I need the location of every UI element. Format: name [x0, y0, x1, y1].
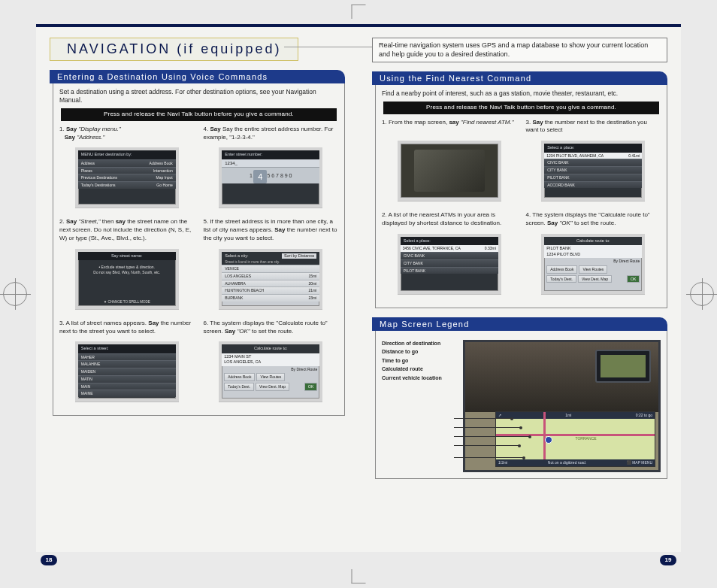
section-heading-legend: Map Screen Legend — [372, 317, 667, 331]
step-4: 4. Say Say the entire street address num… — [204, 126, 339, 142]
intro-text: Real-time navigation system uses GPS and… — [372, 38, 667, 62]
step-3: 3. A list of street names appears. Say t… — [59, 320, 195, 336]
instruction-bar-2: Press and release the Navi Talk button b… — [383, 102, 659, 114]
step-n2: 2. A list of the nearest ATMs in your ar… — [382, 211, 517, 228]
step-2: 2. Say "Street," then say the street nam… — [59, 218, 195, 242]
step-n3: 3. Say the number next to the destinatio… — [526, 119, 661, 135]
legend-label-route: Calculated route — [382, 365, 457, 372]
section-body-legend: Direction of destination ↗1mi0:22 to go … — [375, 331, 667, 479]
nav-screenshot-menu: MENU Enter destination by: AddressAddres… — [75, 147, 179, 208]
nav-unit-icon — [595, 350, 651, 383]
instruction-bar: Press and release the Navi Talk button b… — [61, 108, 337, 121]
page-number-right: 19 — [660, 555, 676, 565]
nav-screenshot-place-a: Select a place: 3456 CIVIC AVE, TORRANCE… — [398, 234, 501, 294]
step-n4: 4. The system displays the "Calculate ro… — [526, 211, 661, 228]
page-right: Real-time navigation system uses GPS and… — [358, 27, 681, 552]
section2-desc: Find a nearby point of interest, such as… — [382, 89, 661, 98]
step-5: 5. If the street address is in more than… — [204, 218, 339, 242]
nav-screenshot-number: Enter street number: 1234_ 4 1 2 3 4 5 6… — [219, 147, 322, 208]
page-number-left: 18 — [41, 555, 57, 565]
legend-image: ↗1mi0:22 to go TORRANCE 1/2miNot on a di… — [463, 340, 661, 472]
nav-screenshot-calc-2: Calculate route to: PILOT BANK1234 PILOT… — [541, 234, 645, 294]
page-left: NAVIGATION (if equipped) Entering a Dest… — [36, 27, 358, 552]
manual-spread: NAVIGATION (if equipped) Entering a Dest… — [36, 24, 681, 552]
nav-screenshot-place-b: Select a place: 1234 PILOT BLVD, ANAHEIM… — [541, 141, 645, 201]
nav-screenshot-city-list: Select a city:Sort by Distance Street is… — [219, 249, 322, 309]
nav-screenshot-talk-button — [398, 141, 501, 201]
section-desc: Set a destination using a street address… — [59, 88, 338, 105]
section-heading-voice: Entering a Destination Using Voice Comma… — [50, 70, 345, 83]
section-body-nearest: Find a nearby point of interest, such as… — [375, 85, 667, 308]
nav-screenshot-street-list: Select a street: MAHER MALAHINE MAIDEN M… — [75, 341, 179, 402]
step-6: 6. The system displays the "Calculate ro… — [204, 320, 339, 336]
legend-label-direction: Direction of destination — [382, 340, 457, 347]
map-view: ↗1mi0:22 to go TORRANCE 1/2miNot on a di… — [495, 411, 655, 466]
nav-screenshot-calc-route: Calculate route to: 1234 MAIN STLOS ANGE… — [219, 341, 322, 402]
legend-label-distance: Distance to go — [382, 348, 457, 355]
nav-screenshot-say-street: Say street name: • Exclude street types … — [75, 249, 179, 309]
step-n1: 1. From the map screen, say "Find neares… — [382, 119, 517, 135]
step-1: 1. Say "Display menu." Say "Address." — [59, 126, 195, 142]
section-body-voice: Set a destination using a street address… — [53, 83, 345, 416]
legend-label-vehicle: Current vehicle location — [382, 374, 457, 381]
legend-label-time: Time to go — [382, 357, 457, 364]
section-heading-nearest: Using the Find Nearest Command — [372, 71, 667, 85]
page-title: NAVIGATION (if equipped) — [50, 38, 298, 61]
